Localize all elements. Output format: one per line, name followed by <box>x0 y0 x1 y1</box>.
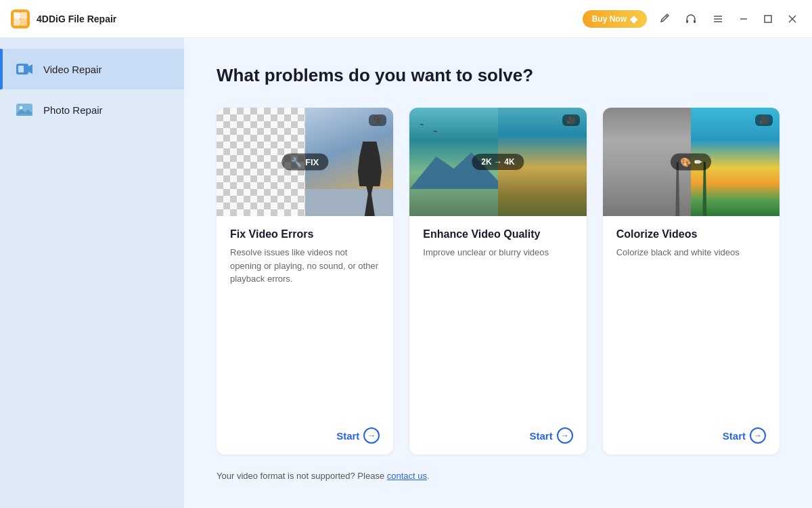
card3-title: Colorize Videos <box>616 228 766 240</box>
video-repair-icon <box>14 58 35 80</box>
card1-body: Fix Video Errors Resolve issues like vid… <box>217 216 393 419</box>
footer-text-after: . <box>427 471 430 481</box>
app-icon <box>11 9 30 28</box>
bird2: ~ <box>433 128 437 135</box>
diamond-icon: ◆ <box>630 14 637 24</box>
svg-rect-5 <box>686 20 688 23</box>
sidebar: Video Repair Photo Repair <box>0 38 184 508</box>
fix-label: FIX <box>305 157 319 167</box>
card3-start-button[interactable]: Start → <box>723 427 766 444</box>
headset-button[interactable] <box>681 10 701 28</box>
svg-rect-0 <box>11 9 30 28</box>
title-bar-right: Buy Now ◆ <box>583 10 801 28</box>
card3-desc: Colorize black and white videos <box>616 246 766 408</box>
card-enhance-video-quality: ~ ~ 🎥 2K → 4K Enhance Video Quality Impr… <box>409 108 586 454</box>
card1-desc: Resolve issues like videos not opening o… <box>230 246 380 408</box>
card1-arrow-icon: → <box>363 427 380 444</box>
card2-start-label: Start <box>529 430 552 442</box>
card1-start-button[interactable]: Start → <box>336 427 380 444</box>
quality-label: 2K → 4K <box>481 157 514 167</box>
card3-arrow-icon: → <box>750 427 766 444</box>
sidebar-item-photo-repair[interactable]: Photo Repair <box>0 89 184 130</box>
card3-body: Colorize Videos Colorize black and white… <box>603 216 780 419</box>
pen-tool-button[interactable] <box>654 10 674 28</box>
title-bar: 4DDiG File Repair Buy Now ◆ <box>0 0 812 38</box>
card2-footer: Start → <box>409 419 586 454</box>
video-icon: 🎥 <box>373 116 382 125</box>
card2-title: Enhance Video Quality <box>423 228 572 240</box>
menu-button[interactable] <box>708 10 728 28</box>
card2-body: Enhance Video Quality Improve unclear or… <box>409 216 586 419</box>
palette-icon: 🎨 <box>680 157 691 167</box>
buy-now-button[interactable]: Buy Now ◆ <box>583 10 647 28</box>
card1-title: Fix Video Errors <box>230 228 380 240</box>
video-badge-1: 🎥 <box>369 114 386 126</box>
fix-badge: 🔧 FIX <box>281 154 328 171</box>
svg-rect-4 <box>20 19 27 26</box>
minimize-button[interactable] <box>735 12 752 26</box>
maximize-button[interactable] <box>759 12 777 26</box>
svg-rect-16 <box>18 66 24 72</box>
card3-start-label: Start <box>723 430 746 442</box>
cards-row: 🎥 🔧 FIX Fix Video Errors Resolve issues … <box>217 108 780 454</box>
brush-icon: ✏ <box>694 157 702 167</box>
card1-start-label: Start <box>336 430 359 442</box>
title-bar-left: 4DDiG File Repair <box>11 9 116 28</box>
page-title: What problems do you want to solve? <box>217 65 780 86</box>
card2-image: ~ ~ 🎥 2K → 4K <box>409 108 586 216</box>
bridge-bg <box>305 189 394 216</box>
fix-icon: 🔧 <box>291 157 302 167</box>
card-colorize-videos: 🎥 🎨 ✏ Colorize Videos Colorize black and… <box>603 108 780 454</box>
bird1: ~ <box>420 121 424 129</box>
svg-point-18 <box>20 106 23 110</box>
svg-marker-15 <box>28 64 32 74</box>
svg-rect-6 <box>694 20 696 23</box>
colorize-badge: 🎨 ✏ <box>671 154 711 171</box>
card3-image: 🎥 🎨 ✏ <box>603 108 780 216</box>
content-footer: Your video format is not supported? Plea… <box>217 454 780 481</box>
close-button[interactable] <box>784 12 801 26</box>
svg-rect-3 <box>14 19 20 26</box>
svg-rect-1 <box>14 12 20 19</box>
contact-us-link[interactable]: contact us <box>387 471 427 481</box>
card-fix-video-errors: 🎥 🔧 FIX Fix Video Errors Resolve issues … <box>217 108 393 454</box>
footer-text: Your video format is not supported? Plea… <box>217 471 387 481</box>
card3-footer: Start → <box>603 419 780 454</box>
card2-desc: Improve unclear or blurry videos <box>423 246 572 408</box>
card2-arrow-icon: → <box>557 427 573 444</box>
card2-start-button[interactable]: Start → <box>529 427 572 444</box>
svg-rect-11 <box>765 16 771 22</box>
app-title: 4DDiG File Repair <box>37 14 116 24</box>
quality-badge: 2K → 4K <box>472 154 524 170</box>
video-icon-2: 🎥 <box>566 116 576 125</box>
card1-image: 🎥 🔧 FIX <box>217 108 393 216</box>
photo-repair-icon <box>14 99 35 121</box>
video-icon-3: 🎥 <box>759 116 769 125</box>
content-area: What problems do you want to solve? 🎥 <box>184 38 812 508</box>
sidebar-item-photo-repair-label: Photo Repair <box>43 104 103 116</box>
sidebar-item-video-repair-label: Video Repair <box>43 64 102 75</box>
sidebar-item-video-repair[interactable]: Video Repair <box>0 49 184 89</box>
buy-now-label: Buy Now <box>592 14 627 24</box>
card1-footer: Start → <box>217 419 393 454</box>
video-badge-2: 🎥 <box>562 114 580 126</box>
svg-rect-2 <box>20 12 27 19</box>
video-badge-3: 🎥 <box>755 114 773 126</box>
main-layout: Video Repair Photo Repair What problems … <box>0 38 812 508</box>
